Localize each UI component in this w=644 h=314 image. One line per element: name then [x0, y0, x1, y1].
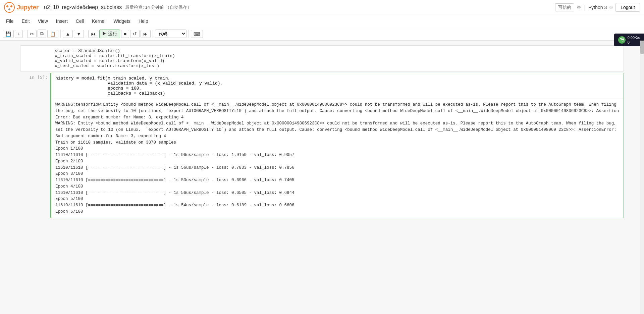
menu-insert[interactable]: Insert — [53, 17, 71, 25]
svg-point-1 — [6, 5, 8, 7]
cell-label: In [5]: — [20, 73, 50, 218]
jupyter-logo: Jupyter — [4, 2, 39, 13]
cell-body: history = model.fit(x_train_scaled, y_tr… — [50, 73, 624, 218]
svg-point-2 — [10, 5, 12, 7]
menu-widgets[interactable]: Widgets — [110, 17, 134, 25]
toolbar-separator-5 — [189, 30, 189, 38]
run-button[interactable]: ▶ 运行 — [99, 30, 120, 38]
interrupt-button[interactable]: ■ — [121, 30, 129, 38]
paste-button[interactable]: 📋 — [47, 30, 58, 38]
cell-output: WARNING:tensorflow:Entity <bound method … — [51, 99, 624, 218]
save-button[interactable]: 💾 — [3, 30, 14, 38]
logout-button[interactable]: Logout — [615, 3, 640, 12]
prev-cell-input[interactable]: scaler = StandardScaler() x_train_scaled… — [51, 46, 624, 71]
add-cell-button[interactable]: + — [15, 30, 23, 38]
menu-file[interactable]: File — [3, 17, 17, 25]
toolbar-separator-3 — [86, 30, 86, 38]
move-down-button[interactable]: ▼ — [74, 30, 84, 38]
python-label: Python 3 — [588, 5, 607, 10]
cell-type-select[interactable]: 代码 Markdown Raw — [155, 30, 186, 38]
menu-help[interactable]: Help — [135, 17, 152, 25]
menu-kernel[interactable]: Kernel — [89, 17, 109, 25]
move-up-button[interactable]: ▲ — [63, 30, 73, 38]
copy-button[interactable]: ⧉ — [38, 30, 46, 38]
notebook-title[interactable]: u2_10_reg-wide&deep_subclass — [44, 4, 122, 10]
menu-cell[interactable]: Cell — [72, 17, 87, 25]
restart-button[interactable]: ↺ — [130, 30, 140, 38]
network-widget: 0.00K/s 0 — [614, 34, 644, 46]
wifi-icon — [618, 36, 626, 44]
fast-backward-button[interactable]: ⏮ — [88, 30, 98, 38]
cut-button[interactable]: ✂ — [27, 30, 37, 38]
menu-edit[interactable]: Edit — [18, 17, 33, 25]
autosave-info: 最后检查: 14 分钟前 （自动保存） — [125, 4, 192, 10]
fast-forward-button[interactable]: ⏭ — [141, 30, 151, 38]
scrollbar-thumb[interactable] — [640, 41, 644, 54]
active-cell: In [5]: history = model.fit(x_train_scal… — [20, 73, 624, 218]
notebook-container: scaler = StandardScaler() x_train_scaled… — [0, 41, 644, 314]
svg-point-3 — [8, 8, 10, 10]
cell-input[interactable]: history = model.fit(x_train_scaled, y_tr… — [51, 73, 624, 99]
toolbar-separator-1 — [25, 30, 25, 38]
menu-view[interactable]: View — [35, 17, 51, 25]
keyboard-shortcuts-button[interactable]: ⌨ — [191, 30, 203, 38]
prev-cell-label — [20, 46, 51, 71]
toolbar-separator-4 — [153, 30, 153, 38]
edit-pencil-icon[interactable]: ✏ — [577, 4, 581, 11]
svg-point-0 — [4, 2, 14, 12]
network-count: 0 — [628, 40, 640, 44]
right-scrollbar[interactable] — [640, 41, 644, 314]
jupyter-brand-text: Jupyter — [17, 4, 39, 11]
trusted-badge: 可信的 — [555, 3, 574, 11]
network-speed: 0.00K/s — [628, 36, 640, 40]
toolbar-separator-2 — [60, 30, 61, 38]
kernel-status-dot — [609, 6, 613, 9]
